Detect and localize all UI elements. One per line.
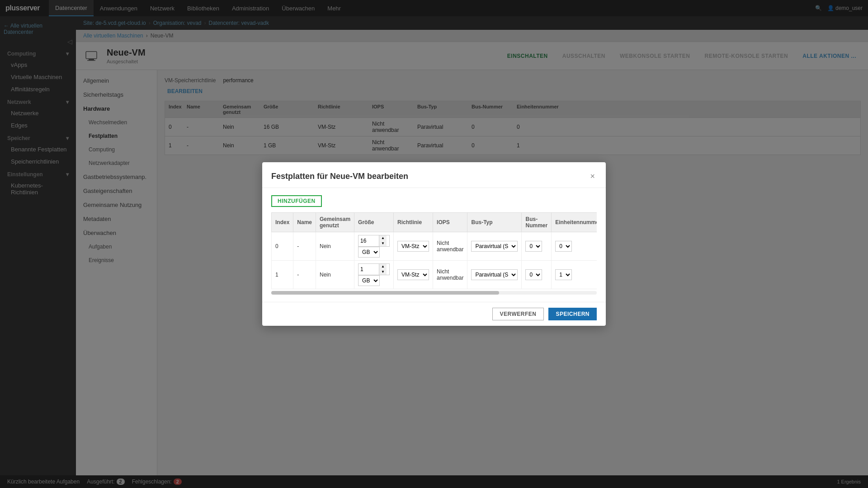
modal-row0-size-unit[interactable]: GB TB bbox=[358, 247, 380, 258]
modal-row1-index: 1 bbox=[272, 261, 293, 289]
modal-row0-bus-select[interactable]: Paravirtual (S bbox=[471, 241, 518, 252]
modal-row1-policy-select[interactable]: VM-Stz bbox=[397, 269, 429, 280]
modal-col-size: Größe bbox=[354, 213, 394, 232]
modal-row1-shared: Nein bbox=[316, 261, 354, 289]
modal-col-iops: IOPS bbox=[433, 213, 467, 232]
modal-row0-busnum: 0 bbox=[522, 232, 552, 261]
modal-row0-size-down[interactable]: ▼ bbox=[379, 241, 387, 246]
modal-row1-busnum: 0 bbox=[522, 261, 552, 289]
modal-col-shared: Gemeinsamgenutzt bbox=[316, 213, 354, 232]
cancel-button[interactable]: VERWERFEN bbox=[492, 308, 544, 320]
modal-footer: VERWERFEN SPEICHERN bbox=[262, 302, 606, 326]
modal-row1-policy: VM-Stz bbox=[394, 261, 433, 289]
modal-row0-unitnum-select[interactable]: 0 1 bbox=[555, 241, 572, 252]
modal-row1-size: ▲ ▼ GB TB bbox=[354, 261, 394, 289]
modal-close-button[interactable]: × bbox=[588, 170, 597, 182]
modal-row1-size-down[interactable]: ▼ bbox=[379, 269, 387, 275]
modal-col-index: Index bbox=[272, 213, 293, 232]
modal-row1-size-up[interactable]: ▲ bbox=[379, 264, 387, 269]
modal-disk-table: Index Name Gemeinsamgenutzt Größe Richtl… bbox=[271, 212, 597, 289]
modal-row1-busnum-select[interactable]: 0 bbox=[525, 269, 542, 280]
scrollbar-thumb bbox=[271, 291, 499, 295]
modal-row0-index: 0 bbox=[272, 232, 293, 261]
modal-disk-row-0[interactable]: 0 - Nein ▲ ▼ bbox=[272, 232, 597, 261]
hinzufugen-button[interactable]: HINZUFÜGEN bbox=[271, 195, 322, 207]
modal-overlay[interactable]: Festplatten für Neue-VM bearbeiten × HIN… bbox=[0, 0, 868, 488]
modal-row1-unitnum: 1 0 bbox=[552, 261, 597, 289]
modal-col-name: Name bbox=[293, 213, 316, 232]
modal-row1-size-unit[interactable]: GB TB bbox=[358, 275, 380, 286]
modal-row0-unitnum: 0 1 bbox=[552, 232, 597, 261]
modal-title: Festplatten für Neue-VM bearbeiten bbox=[271, 172, 408, 181]
modal-row0-policy-select[interactable]: VM-Stz bbox=[397, 241, 429, 252]
modal-row0-name: - bbox=[293, 232, 316, 261]
modal-row1-size-input[interactable] bbox=[359, 265, 379, 274]
modal-col-unitnum: Einheitennummer bbox=[552, 213, 597, 232]
modal-row0-iops: Nicht anwendbar bbox=[433, 232, 467, 261]
table-scrollbar[interactable] bbox=[271, 291, 597, 295]
modal-row0-size: ▲ ▼ GB TB bbox=[354, 232, 394, 261]
modal-col-bus: Bus-Typ bbox=[467, 213, 522, 232]
modal-row1-unitnum-select[interactable]: 1 0 bbox=[555, 269, 572, 280]
modal-row0-size-up[interactable]: ▲ bbox=[379, 235, 387, 241]
modal-row0-busnum-select[interactable]: 0 bbox=[525, 241, 542, 252]
modal-col-busnum: Bus-Nummer bbox=[522, 213, 552, 232]
modal-col-policy: Richtlinie bbox=[394, 213, 433, 232]
modal-row1-iops: Nicht anwendbar bbox=[433, 261, 467, 289]
modal-row1-name: - bbox=[293, 261, 316, 289]
modal-row0-policy: VM-Stz bbox=[394, 232, 433, 261]
modal-row0-bus: Paravirtual (S bbox=[467, 232, 522, 261]
modal-table-wrapper: Index Name Gemeinsamgenutzt Größe Richtl… bbox=[271, 212, 597, 295]
modal-disk-row-1[interactable]: 1 - Nein ▲ ▼ bbox=[272, 261, 597, 289]
modal: Festplatten für Neue-VM bearbeiten × HIN… bbox=[262, 162, 606, 326]
modal-row0-shared: Nein bbox=[316, 232, 354, 261]
modal-body: HINZUFÜGEN Index Name Gemeinsamgenutzt G… bbox=[262, 188, 606, 302]
modal-row1-bus-select[interactable]: Paravirtual (S bbox=[471, 269, 518, 280]
modal-header: Festplatten für Neue-VM bearbeiten × bbox=[262, 162, 606, 188]
modal-row1-bus: Paravirtual (S bbox=[467, 261, 522, 289]
save-button[interactable]: SPEICHERN bbox=[548, 308, 597, 320]
modal-row0-size-input[interactable] bbox=[359, 236, 379, 245]
